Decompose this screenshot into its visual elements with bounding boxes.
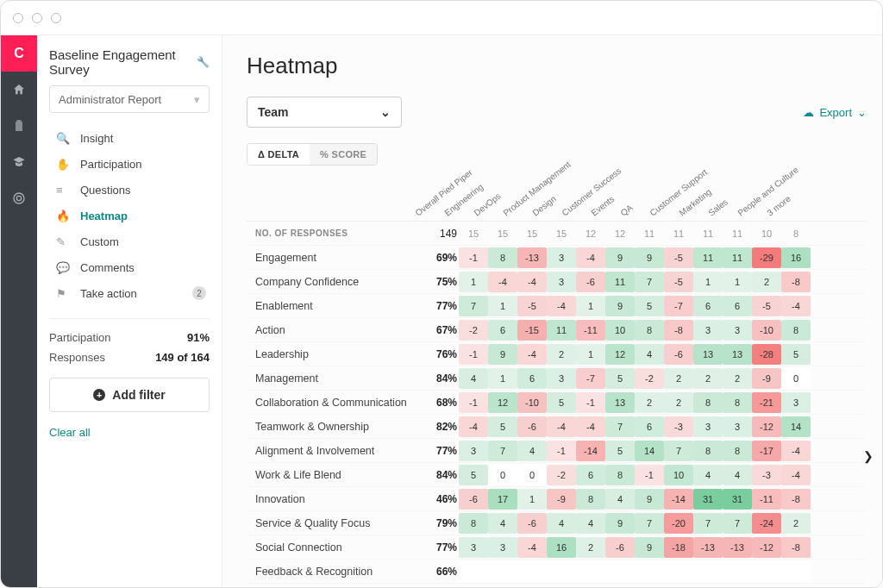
heatmap-cell[interactable]: 3 [459,537,488,558]
row-label[interactable]: Alignment & Involvement [247,445,426,457]
heatmap-cell[interactable]: 7 [488,441,517,461]
heatmap-cell[interactable]: -11 [576,320,605,341]
heatmap-cell[interactable] [459,561,488,582]
sidebar-item-insight[interactable]: 🔍Insight [49,125,210,151]
heatmap-cell[interactable]: 6 [693,296,723,316]
heatmap-cell[interactable]: -4 [781,441,811,461]
heatmap-cell[interactable]: 12 [488,392,517,413]
heatmap-cell[interactable]: -28 [752,344,781,365]
heatmap-cell[interactable] [576,561,605,582]
heatmap-cell[interactable]: -4 [781,465,811,485]
heatmap-cell[interactable]: 1 [488,368,517,389]
heatmap-cell[interactable]: 4 [693,465,723,485]
heatmap-cell[interactable]: -14 [664,489,693,510]
heatmap-cell[interactable]: 9 [605,247,635,268]
heatmap-cell[interactable]: 1 [459,272,488,292]
heatmap-cell[interactable]: -3 [752,465,781,485]
heatmap-cell[interactable]: -12 [752,537,781,558]
heatmap-cell[interactable]: -10 [752,320,781,341]
heatmap-cell[interactable]: -4 [576,247,605,268]
heatmap-cell[interactable]: -17 [752,441,781,461]
heatmap-cell[interactable]: 1 [488,296,517,316]
heatmap-cell[interactable]: 3 [693,416,723,437]
heatmap-cell[interactable]: -6 [664,344,693,365]
heatmap-cell[interactable]: 5 [488,416,517,437]
heatmap-cell[interactable] [605,561,635,582]
heatmap-cell[interactable]: 4 [723,465,752,485]
row-label[interactable]: Feedback & Recognition [247,566,426,578]
heatmap-cell[interactable] [635,561,664,582]
heatmap-cell[interactable]: 0 [517,465,547,485]
heatmap-cell[interactable] [488,561,517,582]
heatmap-cell[interactable]: 5 [781,344,811,365]
heatmap-cell[interactable]: 7 [723,513,752,534]
heatmap-cell[interactable]: -7 [664,296,693,316]
heatmap-cell[interactable]: -4 [488,272,517,292]
heatmap-cell[interactable]: 3 [547,368,576,389]
heatmap-cell[interactable]: 9 [635,537,664,558]
heatmap-cell[interactable]: 6 [488,320,517,341]
heatmap-cell[interactable]: 31 [693,489,723,510]
heatmap-cell[interactable]: 7 [605,416,635,437]
heatmap-cell[interactable]: 14 [635,441,664,461]
home-icon[interactable] [1,72,37,108]
heatmap-cell[interactable]: 3 [723,416,752,437]
heatmap-cell[interactable]: 2 [576,537,605,558]
traffic-light-min[interactable] [32,13,42,23]
sidebar-item-questions[interactable]: ≡Questions [49,177,210,203]
heatmap-cell[interactable]: 6 [517,368,547,389]
heatmap-cell[interactable]: 2 [781,513,811,534]
sidebar-item-comments[interactable]: 💬Comments [49,254,210,280]
heatmap-cell[interactable]: 7 [459,296,488,316]
heatmap-cell[interactable]: 12 [605,344,635,365]
heatmap-cell[interactable]: -21 [752,392,781,413]
heatmap-cell[interactable]: 8 [488,247,517,268]
heatmap-cell[interactable]: 7 [635,272,664,292]
heatmap-cell[interactable]: 9 [635,247,664,268]
heatmap-cell[interactable]: 5 [605,368,635,389]
heatmap-cell[interactable]: 6 [723,296,752,316]
heatmap-cell[interactable]: 8 [723,392,752,413]
heatmap-cell[interactable]: -1 [635,465,664,485]
row-label[interactable]: Social Connection [247,541,426,554]
heatmap-cell[interactable]: -14 [576,441,605,461]
heatmap-cell[interactable]: -5 [664,272,693,292]
heatmap-cell[interactable]: 4 [547,513,576,534]
delta-toggle[interactable]: Δ DELTA [247,144,310,165]
heatmap-cell[interactable] [693,561,723,582]
sidebar-item-custom[interactable]: ✎Custom [49,228,210,254]
heatmap-cell[interactable]: -15 [517,320,547,341]
row-label[interactable]: Management [247,372,426,385]
heatmap-cell[interactable]: -11 [752,489,781,510]
heatmap-cell[interactable]: -4 [781,296,811,316]
heatmap-cell[interactable]: -9 [547,489,576,510]
heatmap-cell[interactable]: 2 [664,392,693,413]
heatmap-cell[interactable]: 3 [488,537,517,558]
heatmap-cell[interactable]: -5 [752,296,781,316]
heatmap-cell[interactable]: -6 [459,489,488,510]
heatmap-cell[interactable]: 6 [576,465,605,485]
row-label[interactable]: Leadership [247,348,426,360]
group-dropdown[interactable]: Team ⌄ [247,97,402,128]
heatmap-cell[interactable]: 11 [547,320,576,341]
heatmap-cell[interactable]: -13 [723,537,752,558]
wrench-icon[interactable]: 🔧 [197,56,210,68]
heatmap-cell[interactable]: -8 [781,537,811,558]
heatmap-cell[interactable]: -4 [576,416,605,437]
heatmap-cell[interactable]: -4 [459,416,488,437]
heatmap-cell[interactable]: 8 [693,392,723,413]
heatmap-cell[interactable]: -13 [517,247,547,268]
heatmap-cell[interactable]: 2 [693,368,723,389]
heatmap-cell[interactable]: 1 [517,489,547,510]
heatmap-cell[interactable] [517,561,547,582]
heatmap-cell[interactable]: 4 [459,368,488,389]
heatmap-cell[interactable]: 9 [605,513,635,534]
heatmap-cell[interactable]: -2 [635,368,664,389]
heatmap-cell[interactable]: 4 [488,513,517,534]
heatmap-cell[interactable]: 2 [635,392,664,413]
lifebuoy-icon[interactable] [1,180,37,216]
heatmap-cell[interactable]: -1 [459,392,488,413]
heatmap-cell[interactable]: -9 [752,368,781,389]
heatmap-cell[interactable]: 8 [459,513,488,534]
heatmap-cell[interactable]: 16 [547,537,576,558]
